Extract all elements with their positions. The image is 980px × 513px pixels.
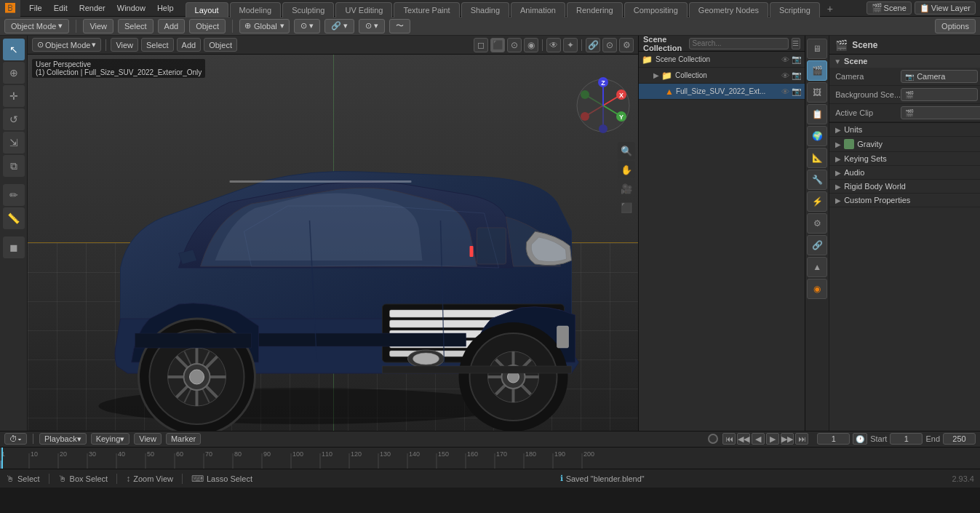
- vp-add-menu[interactable]: Add: [177, 38, 202, 52]
- outliner-row-scene-collection[interactable]: 📁 Scene Collection 👁 📷: [639, 52, 805, 68]
- tool-annotate[interactable]: ✏: [3, 184, 25, 206]
- menu-render[interactable]: Render: [73, 1, 111, 15]
- tab-rendering[interactable]: Rendering: [567, 2, 623, 17]
- view-layer-selector[interactable]: 📋 View Layer: [915, 1, 976, 15]
- menu-edit[interactable]: Edit: [48, 1, 73, 15]
- tool-scale[interactable]: ⇲: [3, 132, 25, 154]
- object-visibility[interactable]: 👁: [781, 87, 789, 96]
- options-btn[interactable]: Options: [935, 19, 976, 33]
- scene-selector[interactable]: 🎬 Scene: [867, 1, 912, 15]
- props-bg-scene-value[interactable]: 🎬: [901, 88, 978, 101]
- render-icon[interactable]: ⬛: [618, 199, 635, 216]
- step-forward-btn[interactable]: ▶▶: [781, 433, 794, 445]
- menu-file[interactable]: File: [23, 1, 48, 15]
- add-workspace-tab[interactable]: +: [821, 1, 839, 16]
- prop-object-data[interactable]: ▲: [807, 257, 827, 277]
- end-frame-input[interactable]: [943, 433, 976, 445]
- tab-uv-editing[interactable]: UV Editing: [335, 2, 392, 17]
- props-custom-props-section[interactable]: ▶ Custom Properties: [829, 194, 980, 207]
- object-menu[interactable]: Object: [189, 19, 226, 33]
- timeline-playback-btn[interactable]: Playback ▾: [39, 433, 87, 445]
- shading-solid[interactable]: ⬛: [490, 38, 505, 52]
- props-gravity-section[interactable]: ▶ Gravity: [829, 137, 980, 152]
- falloff-btn[interactable]: 〜: [389, 19, 410, 33]
- outliner-search[interactable]: [689, 38, 789, 49]
- tool-transform[interactable]: ⧉: [3, 155, 25, 177]
- jump-end-btn[interactable]: ⏭: [795, 433, 808, 445]
- restrict-render[interactable]: 📷: [792, 55, 802, 64]
- prop-scene-settings[interactable]: 🎬: [807, 60, 827, 81]
- timeline-marker-btn[interactable]: Marker: [166, 433, 201, 445]
- xray-toggle[interactable]: ✦: [563, 38, 578, 52]
- overlay-toggle[interactable]: 👁: [546, 38, 561, 52]
- timeline-type-btn[interactable]: ⏱▾: [4, 433, 27, 445]
- prop-modifiers[interactable]: 🔧: [807, 170, 827, 190]
- viewport-options[interactable]: ⚙: [619, 38, 634, 52]
- tab-geometry-nodes[interactable]: Geometry Nodes: [689, 2, 768, 17]
- tool-add-cube[interactable]: ◼: [3, 236, 25, 258]
- record-btn[interactable]: [708, 434, 718, 444]
- gravity-checkbox[interactable]: [844, 139, 854, 149]
- prop-physics[interactable]: ⚙: [807, 213, 827, 234]
- current-frame-input[interactable]: [817, 433, 850, 445]
- menu-window[interactable]: Window: [111, 1, 151, 15]
- tab-modeling[interactable]: Modeling: [230, 2, 282, 17]
- prop-view-layer-settings[interactable]: 📋: [807, 104, 827, 124]
- collection-render[interactable]: 📷: [792, 71, 802, 80]
- play-reverse-btn[interactable]: ◀: [752, 433, 765, 445]
- tool-move[interactable]: ✛: [3, 85, 25, 107]
- proportional-edit-btn[interactable]: ⊙: [602, 38, 617, 52]
- select-menu[interactable]: Select: [118, 19, 154, 33]
- tool-rotate[interactable]: ↺: [3, 108, 25, 130]
- 3d-viewport[interactable]: User Perspective (1) Collection | Full_S…: [28, 55, 638, 431]
- vp-view-menu[interactable]: View: [111, 38, 138, 52]
- timeline-ruler[interactable]: 1 10 20 30 40 50 60: [0, 448, 980, 469]
- frame-clock-btn[interactable]: 🕐: [853, 433, 867, 445]
- zoom-in-icon[interactable]: 🔍: [618, 142, 635, 159]
- prop-particles[interactable]: ⚡: [807, 191, 827, 212]
- timeline-view-btn[interactable]: View: [134, 433, 162, 445]
- outliner-row-object[interactable]: ▲ Full_Size_SUV_2022_Ext... 👁 📷: [639, 84, 805, 100]
- tab-animation[interactable]: Animation: [511, 2, 565, 17]
- tool-measure[interactable]: 📏: [3, 207, 25, 229]
- view-menu[interactable]: View: [83, 19, 113, 33]
- add-menu[interactable]: Add: [158, 19, 186, 33]
- vp-select-menu[interactable]: Select: [141, 38, 174, 52]
- prop-render-settings[interactable]: 🖥: [807, 39, 827, 59]
- start-frame-input[interactable]: [890, 433, 923, 445]
- props-audio-section[interactable]: ▶ Audio: [829, 166, 980, 180]
- prop-object-settings[interactable]: 📐: [807, 148, 827, 168]
- jump-start-btn[interactable]: ⏮: [722, 433, 736, 445]
- tool-cursor[interactable]: ⊕: [3, 62, 25, 84]
- pan-icon[interactable]: ✋: [618, 161, 635, 178]
- pivot-dropdown[interactable]: ⊙ ▾: [294, 19, 320, 33]
- timeline-keying-btn[interactable]: Keying ▾: [91, 433, 130, 445]
- menu-help[interactable]: Help: [151, 1, 180, 15]
- tab-texture-paint[interactable]: Texture Paint: [394, 2, 459, 17]
- snap-btn[interactable]: 🔗: [586, 38, 600, 52]
- prop-material[interactable]: ◉: [807, 279, 827, 299]
- step-back-btn[interactable]: ◀◀: [737, 433, 750, 445]
- shading-rendered[interactable]: ◉: [524, 38, 538, 52]
- prop-constraints[interactable]: 🔗: [807, 235, 827, 255]
- object-render[interactable]: 📷: [792, 87, 802, 96]
- outliner-row-collection[interactable]: ▶ 📁 Collection 👁 📷: [639, 68, 805, 84]
- snapping-toggle[interactable]: 🔗 ▾: [324, 19, 354, 33]
- tab-sculpting[interactable]: Sculpting: [282, 2, 334, 17]
- collection-visibility[interactable]: 👁: [781, 71, 789, 80]
- visibility-eye[interactable]: 👁: [781, 55, 789, 64]
- props-units-section[interactable]: ▶ Units: [829, 123, 980, 137]
- props-camera-value[interactable]: 📷 Camera: [901, 70, 978, 83]
- play-btn[interactable]: ▶: [766, 433, 779, 445]
- object-mode-dropdown[interactable]: Object Mode ▾: [4, 19, 69, 33]
- shading-wireframe[interactable]: ◻: [474, 38, 488, 52]
- tab-scripting[interactable]: Scripting: [770, 2, 820, 17]
- prop-scene-world[interactable]: 🌍: [807, 126, 827, 146]
- props-rigid-body-section[interactable]: ▶ Rigid Body World: [829, 180, 980, 194]
- transform-dropdown[interactable]: ⊕ Global ▾: [239, 19, 290, 33]
- props-active-clip-value[interactable]: 🎬: [901, 106, 980, 119]
- tab-shading[interactable]: Shading: [461, 2, 509, 17]
- prop-output-settings[interactable]: 🖼: [807, 82, 827, 103]
- camera-icon[interactable]: 🎥: [618, 180, 635, 197]
- tab-layout[interactable]: Layout: [186, 2, 228, 17]
